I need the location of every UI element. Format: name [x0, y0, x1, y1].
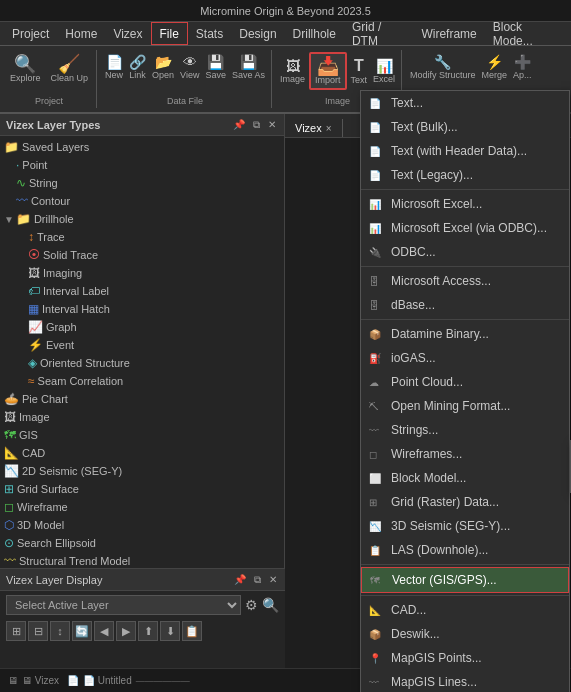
- tree-item-2d-seismic[interactable]: 📉 2D Seismic (SEG-Y): [0, 462, 284, 480]
- toolbar-btn-7[interactable]: ⬆: [138, 621, 158, 641]
- menu-ms-excel-odbc[interactable]: 📊 Microsoft Excel (via ODBC)...: [361, 216, 569, 240]
- menu-iogas[interactable]: ⛽ ioGAS...: [361, 346, 569, 370]
- menu-text-bulk[interactable]: 📄 Text (Bulk)...: [361, 115, 569, 139]
- toolbar-btn-8[interactable]: ⬇: [160, 621, 180, 641]
- import-button[interactable]: 📥 Import: [309, 52, 347, 90]
- tree-item-interval-hatch[interactable]: ▦ Interval Hatch: [0, 300, 284, 318]
- menu-cad[interactable]: 📐 CAD...: [361, 598, 569, 622]
- menu-open-mining[interactable]: ⛏ Open Mining Format...: [361, 394, 569, 418]
- menu-mapgis-points[interactable]: 📍 MapGIS Points...: [361, 646, 569, 670]
- append-button[interactable]: ➕ Ap...: [511, 52, 534, 82]
- tree-item-drillhole[interactable]: ▼ 📁 Drillhole: [0, 210, 284, 228]
- datafile-group-label: Data File: [167, 96, 203, 106]
- menu-dbase[interactable]: 🗄 dBase...: [361, 293, 569, 317]
- tree-item-saved[interactable]: 📁 Saved Layers: [0, 138, 284, 156]
- link-button[interactable]: 🔗 Link: [127, 52, 148, 82]
- view-button[interactable]: 👁 View: [178, 52, 201, 82]
- tree-item-trace[interactable]: ↕ Trace: [0, 228, 284, 246]
- save-icon: 💾: [207, 54, 224, 70]
- menu-stats[interactable]: Stats: [188, 22, 231, 45]
- toolbar-btn-1[interactable]: ⊞: [6, 621, 26, 641]
- tree-item-seam[interactable]: ≈ Seam Correlation: [0, 372, 284, 390]
- toolbar-btn-9[interactable]: 📋: [182, 621, 202, 641]
- tree-item-point[interactable]: · Point: [0, 156, 284, 174]
- tree-item-string[interactable]: ∿ String: [0, 174, 284, 192]
- layer-settings-btn[interactable]: ⚙: [245, 597, 258, 613]
- tree-item-image[interactable]: 🖼 Image: [0, 408, 284, 426]
- menu-strings[interactable]: 〰 Strings...: [361, 418, 569, 442]
- menu-text-header[interactable]: 📄 Text (with Header Data)...: [361, 139, 569, 163]
- text-button[interactable]: T Text: [349, 55, 370, 87]
- save-button[interactable]: 💾 Save: [203, 52, 228, 82]
- menu-block-model[interactable]: Block Mode...: [485, 22, 567, 45]
- tree-item-event[interactable]: ⚡ Event: [0, 336, 284, 354]
- menu-grid-raster[interactable]: ⊞ Grid (Raster) Data...: [361, 490, 569, 514]
- cleanup-button[interactable]: 🧹 Clean Up: [47, 52, 93, 86]
- layer-search-btn[interactable]: 🔍: [262, 597, 279, 613]
- menu-text-legacy[interactable]: 📄 Text (Legacy)...: [361, 163, 569, 187]
- save-as-button[interactable]: 💾 Save As: [230, 52, 267, 82]
- bottom-panel-float[interactable]: ⧉: [252, 574, 263, 586]
- menu-file[interactable]: File: [151, 22, 188, 45]
- toolbar-btn-2[interactable]: ⊟: [28, 621, 48, 641]
- tree-item-graph[interactable]: 📈 Graph: [0, 318, 284, 336]
- tree-item-interval-label[interactable]: 🏷 Interval Label: [0, 282, 284, 300]
- bottom-panel-close[interactable]: ✕: [267, 574, 279, 586]
- merge-button[interactable]: ⚡ Merge: [480, 52, 510, 82]
- tree-item-piechart[interactable]: 🥧 Pie Chart: [0, 390, 284, 408]
- menu-project[interactable]: Project: [4, 22, 57, 45]
- view-icon: 👁: [183, 54, 197, 70]
- tree-item-grid-surface[interactable]: ⊞ Grid Surface: [0, 480, 284, 498]
- new-button[interactable]: 📄 New: [103, 52, 125, 82]
- menu-text[interactable]: 📄 Text...: [361, 91, 569, 115]
- tree-item-oriented[interactable]: ◈ Oriented Structure: [0, 354, 284, 372]
- menu-deswik[interactable]: 📦 Deswik...: [361, 622, 569, 646]
- menu-block-model-import[interactable]: ⬜ Block Model...: [361, 466, 569, 490]
- modify-structure-button[interactable]: 🔧 Modify Structure: [408, 52, 478, 82]
- active-layer-select[interactable]: Select Active Layer: [6, 595, 241, 615]
- explore-button[interactable]: 🔍 Explore: [6, 52, 45, 86]
- menu-vizex[interactable]: Vizex: [105, 22, 150, 45]
- sep4: [361, 564, 569, 565]
- menu-3d-seismic[interactable]: 📉 3D Seismic (SEG-Y)...: [361, 514, 569, 538]
- panel-title: Vizex Layer Types: [6, 119, 100, 131]
- toolbar-btn-3[interactable]: ↕: [50, 621, 70, 641]
- menu-datamine[interactable]: 📦 Datamine Binary...: [361, 322, 569, 346]
- tree-item-wireframe[interactable]: ◻ Wireframe: [0, 498, 284, 516]
- bottom-panel-pin[interactable]: 📌: [232, 574, 248, 586]
- menu-wireframe[interactable]: Wireframe: [413, 22, 484, 45]
- tree-item-cad[interactable]: 📐 CAD: [0, 444, 284, 462]
- image-button[interactable]: 🖼 Image: [278, 56, 307, 86]
- menu-mapgis-lines[interactable]: 〰 MapGIS Lines...: [361, 670, 569, 692]
- panel-controls: 📌 ⧉ ✕: [231, 119, 278, 131]
- menu-las-downhole[interactable]: 📋 LAS (Downhole)...: [361, 538, 569, 562]
- tree-item-imaging[interactable]: 🖼 Imaging: [0, 264, 284, 282]
- menu-wireframes[interactable]: ◻ Wireframes...: [361, 442, 569, 466]
- menu-vector-gis[interactable]: 🗺 Vector (GIS/GPS)...: [361, 567, 569, 593]
- panel-pin-btn[interactable]: 📌: [231, 119, 247, 131]
- tree-item-contour[interactable]: 〰 Contour: [0, 192, 284, 210]
- excel-button[interactable]: 📊 Excel: [371, 56, 397, 86]
- panel-float-btn[interactable]: ⧉: [251, 119, 262, 131]
- tree-item-gis[interactable]: 🗺 GIS: [0, 426, 284, 444]
- menu-point-cloud[interactable]: ☁ Point Cloud...: [361, 370, 569, 394]
- status-file: 📄 📄 Untitled ——————: [67, 675, 190, 686]
- toolbar-btn-5[interactable]: ◀: [94, 621, 114, 641]
- toolbar-btn-6[interactable]: ▶: [116, 621, 136, 641]
- menu-design[interactable]: Design: [231, 22, 284, 45]
- menu-grid-dtm[interactable]: Grid / DTM: [344, 22, 413, 45]
- menu-drillhole[interactable]: Drillhole: [285, 22, 344, 45]
- tree-item-3d-model[interactable]: ⬡ 3D Model: [0, 516, 284, 534]
- panel-close-btn[interactable]: ✕: [266, 119, 278, 131]
- toolbar-btn-4[interactable]: 🔄: [72, 621, 92, 641]
- open-button[interactable]: 📂 Open: [150, 52, 176, 82]
- toolbar-group-project: 🔍 Explore 🧹 Clean Up Project: [2, 50, 97, 108]
- tree-item-search-ellipsoid[interactable]: ⊙ Search Ellipsoid: [0, 534, 284, 552]
- menu-ms-excel[interactable]: 📊 Microsoft Excel...: [361, 192, 569, 216]
- menu-home[interactable]: Home: [57, 22, 105, 45]
- menu-ms-access[interactable]: 🗄 Microsoft Access...: [361, 269, 569, 293]
- doc-tab-close[interactable]: ×: [326, 123, 332, 134]
- tree-item-solid-trace[interactable]: ⦿ Solid Trace: [0, 246, 284, 264]
- doc-tab-vizex[interactable]: Vizex ×: [285, 119, 343, 137]
- menu-odbc[interactable]: 🔌 ODBC...: [361, 240, 569, 264]
